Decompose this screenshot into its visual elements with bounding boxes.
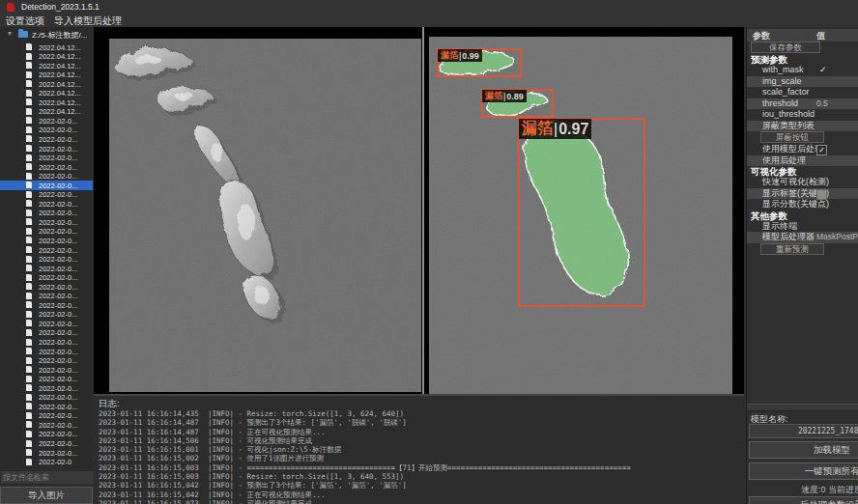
log-lines[interactable]: 2023-01-11 16:16:14,435 |INFO| - Resize:… [99, 409, 631, 504]
tree-item[interactable]: 2022-02-0... [0, 154, 93, 163]
param-button-row: 重新预测 [747, 243, 858, 256]
tree-item[interactable]: 2022-02-0... [0, 209, 93, 218]
tree-item[interactable]: 2022-02-0 [0, 458, 93, 467]
tree-item[interactable]: 2022-02-0... [0, 144, 93, 154]
tree-item[interactable]: 2022-02-0... [0, 264, 93, 273]
tree-item-label: 2022-02-0... [39, 163, 77, 172]
param-row[interactable]: 使用模型后处理✓ [747, 144, 858, 155]
tree-item[interactable]: 2022-02-0... [0, 199, 93, 209]
tree-item[interactable]: 2022-02-0... [0, 162, 93, 172]
tree-item[interactable]: 2022-02-0... [0, 448, 93, 458]
tree-item[interactable]: 2022.04.12... [0, 42, 93, 52]
log-line: 2023-01-11 16:16:14,435 |INFO| - Resize:… [99, 409, 631, 418]
tree-item-label: 2022-02-0... [39, 338, 77, 347]
splitter-handle[interactable] [747, 404, 858, 411]
menu-item-import-postprocess[interactable]: 导入模型后处理 [54, 14, 122, 28]
tree-item[interactable]: 2022-02-0... [0, 300, 93, 310]
tree-root-folder[interactable]: ▾ Z:/5-标注数据/... [0, 30, 93, 41]
tree-item[interactable]: 2022-02-0... [0, 190, 93, 200]
tree-item[interactable]: 2022-02-0... [0, 236, 93, 245]
param-row[interactable]: 使用后处理 [747, 155, 858, 167]
tree-item[interactable]: 2022-02-0... [0, 328, 93, 338]
tree-item[interactable]: 2022-02-0... [0, 116, 93, 126]
tree-item[interactable]: 2022-02-0... [0, 227, 93, 237]
param-row[interactable]: with_mask✓ [747, 65, 858, 76]
tree-item[interactable]: 2022.04.12... [0, 52, 93, 62]
tree-item[interactable]: 2022-02-0... [0, 255, 93, 265]
tree-item[interactable]: 2022-02-0... [0, 383, 93, 393]
tree-item[interactable]: 2022.04.12... [0, 98, 93, 107]
tree-item[interactable]: 2022-02-0... [0, 420, 93, 430]
import-images-button[interactable]: 导入图片 [0, 487, 93, 504]
checkbox-checked-icon[interactable]: ✓ [816, 145, 827, 155]
log-line: 2023-01-11 16:16:14,487 |INFO| - 预测出了3个结… [99, 418, 631, 427]
param-row[interactable]: 显示终端 [747, 221, 858, 233]
tree-item[interactable]: 2022-02-0... [0, 347, 93, 356]
tree-item[interactable]: 2022-02-0... [0, 217, 93, 227]
panel-divider[interactable] [422, 27, 424, 394]
tree-item[interactable]: 2022-02-0... [0, 181, 93, 190]
tree-item[interactable]: 2022-02-0... [0, 365, 93, 375]
filename-search-input[interactable] [0, 470, 96, 485]
detection-score-text: 0.89 [506, 92, 524, 101]
param-button[interactable]: 重新预测 [760, 243, 824, 255]
tree-item[interactable]: 2022-02-0... [0, 439, 93, 449]
file-icon [26, 126, 32, 133]
param-row[interactable]: 快速可视化(检测) [747, 177, 858, 188]
param-row[interactable]: scale_factor [747, 87, 858, 98]
param-row[interactable]: 显示分数(关键点) [747, 199, 858, 210]
tree-item[interactable]: 2022-02-0... [0, 134, 93, 144]
tree-item-label: 2022.04.12... [39, 43, 81, 52]
tree-item-label: 2022-02-0... [39, 273, 77, 282]
param-row[interactable]: img_scale [747, 76, 858, 88]
param-row[interactable]: iou_threshold [747, 109, 858, 121]
tree-item[interactable]: 2022-02-0... [0, 310, 93, 320]
tree-item[interactable]: 2022-02-0... [0, 393, 93, 403]
tree-item[interactable]: 2022-02-0... [0, 245, 93, 255]
file-icon [26, 311, 32, 318]
file-icon [26, 210, 32, 216]
predict-all-button[interactable]: 一键预测所有 [749, 462, 858, 480]
tree-item-label: 2022-02-0... [39, 375, 77, 383]
tree-item[interactable]: 2022-02-0... [0, 338, 93, 348]
tree-item[interactable]: 2022-02-0... [0, 282, 93, 292]
param-row[interactable]: 模型后处理器MaskPostPro [747, 232, 858, 243]
tree-item[interactable]: 2022-02-0... [0, 375, 93, 384]
original-image-panel[interactable] [109, 39, 421, 392]
tree-item-label: 2022-02-0... [39, 384, 77, 393]
model-name-field[interactable]: 20221225_174813 [749, 424, 858, 438]
log-panel: 日志: 2023-01-11 16:16:14,435 |INFO| - Res… [94, 394, 744, 504]
tree-item[interactable]: 2022.04.12... [0, 107, 93, 117]
param-label: 使用后处理 [762, 155, 806, 167]
param-row[interactable]: 屏蔽类型列表 [747, 121, 858, 132]
postprocess-settings-button[interactable]: 后处理参数设置 [749, 496, 858, 504]
param-row[interactable]: 显示标签(关键点) [747, 188, 858, 200]
checkbox-empty-icon[interactable] [816, 189, 827, 200]
load-model-button[interactable]: 加载模型 [749, 441, 858, 459]
tree-item[interactable]: 2022.04.12... [0, 70, 93, 80]
tree-item[interactable]: 2022-02-0... [0, 411, 93, 421]
tree-item[interactable]: 2022-02-0... [0, 172, 93, 182]
tree-item[interactable]: 2022-02-0... [0, 292, 93, 301]
tree-item[interactable]: 2022-02-0... [0, 402, 93, 411]
tree-item[interactable]: 2022.04.12... [0, 79, 93, 89]
tree-item[interactable]: 2022-02-0... [0, 273, 93, 283]
param-button[interactable]: 保存参数 [751, 42, 820, 53]
file-icon [26, 173, 32, 180]
log-line: 2023-01-11 16:16:15,003 |INFO| - =======… [99, 463, 631, 472]
tree-item[interactable]: 2022-02-0... [0, 356, 93, 366]
param-label: 显示分数(关键点) [762, 199, 829, 210]
param-button[interactable]: 屏蔽按钮 [760, 131, 824, 143]
tree-item[interactable]: 2022.04.12... [0, 61, 93, 70]
param-row[interactable]: threshold0.5 [747, 98, 858, 110]
file-icon [26, 301, 32, 308]
tree-item-label: 2022-02-0... [39, 320, 77, 328]
detection-score-text: 0.97 [558, 121, 588, 138]
prediction-image-panel[interactable]: 漏箔|0.99漏箔|0.89漏箔|0.97 [429, 37, 732, 394]
menu-item-settings[interactable]: 设置选项 [6, 14, 44, 28]
tree-item[interactable]: 2022-02-0... [0, 319, 93, 328]
tree-item[interactable]: 2022-02-0... [0, 430, 93, 439]
tree-item[interactable]: 2022-02-0... [0, 126, 93, 135]
tree-item[interactable]: 2022.04.12... [0, 89, 93, 98]
expand-arrow-icon[interactable]: ▾ [8, 29, 12, 38]
